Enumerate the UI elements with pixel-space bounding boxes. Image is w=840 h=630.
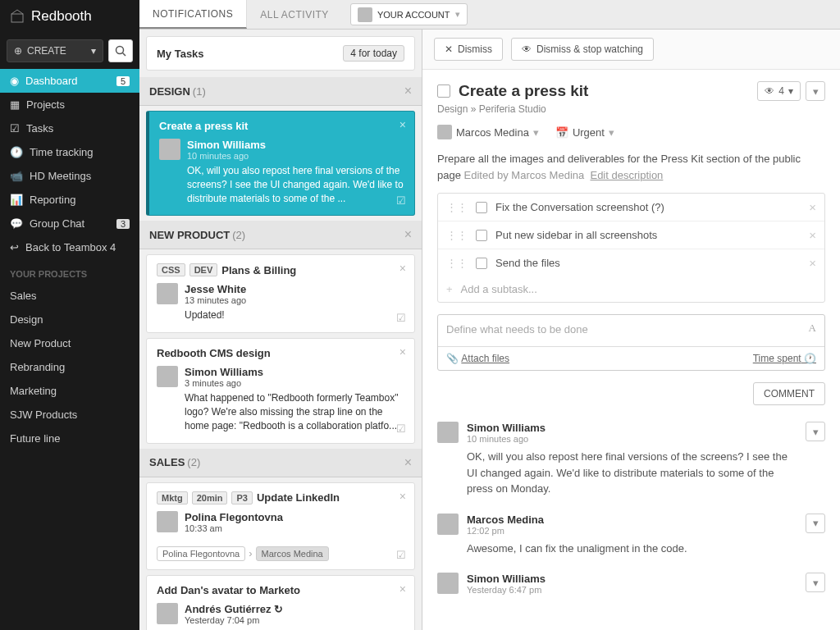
subtask-checkbox[interactable]: [476, 258, 487, 269]
time-icon: 🕐: [10, 146, 23, 158]
breadcrumb-list[interactable]: Periferia Studio: [479, 103, 546, 115]
close-icon[interactable]: ×: [399, 118, 406, 131]
priority-dropdown[interactable]: 📅Urgent▾: [555, 126, 614, 139]
eye-icon: 👁: [765, 85, 774, 97]
sidebar-item-time-tracking[interactable]: 🕐Time tracking: [0, 140, 139, 164]
project-rebranding[interactable]: Rebranding: [0, 355, 139, 379]
subtask-text[interactable]: Fix the Conversation screenshot (?): [495, 201, 801, 213]
card-title: Create a press kit: [149, 112, 414, 135]
task-card[interactable]: × Add Dan's avatar to Marketo Andrés Gut…: [146, 575, 415, 630]
card-title: Mktg20minP3Update LinkedIn: [147, 483, 414, 508]
subtask-text[interactable]: Put new sidebar in all screenshots: [495, 229, 801, 241]
project-future-line[interactable]: Future line: [0, 427, 139, 450]
description: Prepare all the images and deliverables …: [422, 151, 840, 193]
comment-button[interactable]: COMMENT: [753, 382, 825, 405]
comment-composer: Define what needs to be done A 📎 Attach …: [437, 314, 825, 371]
close-icon[interactable]: ×: [399, 582, 406, 596]
subtask-checkbox[interactable]: [476, 202, 487, 213]
dashboard-icon: ◉: [10, 75, 19, 87]
sidebar-item-group-chat[interactable]: 💬Group Chat3: [0, 212, 139, 235]
dismiss-stop-button[interactable]: 👁Dismiss & stop watching: [511, 38, 654, 61]
check-icon: ☑: [396, 194, 406, 207]
comment-input[interactable]: Define what needs to be done: [438, 315, 824, 346]
sidebar-item-back-to-teambox-4[interactable]: ↩Back to Teambox 4: [0, 235, 139, 259]
assignee-name: Marcos Medina: [456, 126, 529, 139]
close-icon[interactable]: ×: [399, 345, 406, 358]
breadcrumb: Design » Periferia Studio: [437, 103, 825, 115]
close-icon[interactable]: ×: [404, 84, 412, 98]
caret-down-icon: ▾: [788, 85, 793, 97]
dismiss-button[interactable]: ✕Dismiss: [434, 38, 503, 61]
chat-icon: 💬: [10, 217, 23, 230]
meetings-icon: 📹: [10, 170, 23, 182]
create-label: CREATE: [27, 45, 66, 57]
delete-icon[interactable]: ×: [809, 200, 816, 214]
clock-icon: 🕐: [804, 353, 816, 364]
task-card[interactable]: × Mktg20minP3Update LinkedIn Polina Fleg…: [146, 482, 415, 570]
group-name: NEW PRODUCT: [149, 229, 230, 241]
close-icon[interactable]: ×: [399, 262, 406, 275]
svg-line-2: [123, 53, 126, 57]
sidebar-item-reporting[interactable]: 📊Reporting: [0, 188, 139, 212]
watchers-button[interactable]: 👁4▾: [757, 81, 801, 101]
delete-icon[interactable]: ×: [809, 228, 816, 242]
comment-time: 10 minutes ago: [467, 434, 797, 444]
close-icon[interactable]: ×: [404, 455, 412, 470]
time-spent-label: Time spent: [753, 353, 801, 364]
assignee-dropdown[interactable]: Marcos Medina▾: [437, 125, 539, 139]
attach-files-link[interactable]: Attach files: [461, 353, 509, 364]
subtasks: ⋮⋮Fix the Conversation screenshot (?)×⋮⋮…: [437, 193, 825, 303]
sidebar-item-projects[interactable]: ▦Projects: [0, 93, 139, 116]
caret-down-icon: ▾: [813, 85, 819, 98]
attach-icon: 📎: [446, 353, 459, 364]
add-subtask[interactable]: + Add a subtask...: [438, 276, 824, 302]
tab-notifications[interactable]: NOTIFICATIONS: [139, 0, 247, 29]
sidebar-item-dashboard[interactable]: ◉Dashboard5: [0, 69, 139, 93]
comment-author: Simon Williams: [467, 573, 797, 585]
task-card[interactable]: × Create a press kit Simon Williams 10 m…: [146, 111, 415, 216]
comment-time: 12:02 pm: [467, 526, 797, 536]
timestamp: 3 minutes ago: [185, 378, 404, 388]
group-header: DESIGN (1)×: [139, 77, 422, 106]
task-checkbox[interactable]: [437, 84, 450, 98]
task-card[interactable]: × CSSDEVPlans & Billing Jesse White 13 m…: [146, 254, 415, 333]
my-tasks-header[interactable]: My Tasks 4 for today: [146, 36, 415, 71]
message-preview: OK, will you also repost here final vers…: [187, 164, 404, 205]
project-sjw-products[interactable]: SJW Products: [0, 403, 139, 427]
drag-handle-icon[interactable]: ⋮⋮: [446, 201, 468, 213]
time-spent-link[interactable]: Time spent 🕐: [753, 353, 816, 364]
nav-label: Reporting: [30, 194, 75, 206]
comment-more-button[interactable]: ▾: [806, 422, 825, 441]
account-menu[interactable]: YOUR ACCOUNT ▾: [350, 3, 468, 25]
breadcrumb-project[interactable]: Design: [437, 103, 468, 115]
group-name: SALES: [149, 456, 185, 468]
sidebar-item-hd-meetings[interactable]: 📹HD Meetings: [0, 164, 139, 188]
subtask-checkbox[interactable]: [476, 230, 487, 241]
drag-handle-icon[interactable]: ⋮⋮: [446, 229, 468, 241]
calendar-icon: 📅: [555, 126, 568, 139]
create-button[interactable]: ⊕ CREATE ▾: [7, 39, 103, 62]
sidebar-item-tasks[interactable]: ☑Tasks: [0, 116, 139, 140]
close-icon[interactable]: ×: [399, 490, 406, 503]
project-design[interactable]: Design: [0, 308, 139, 331]
comment-author: Simon Williams: [467, 422, 797, 434]
comment-text: Awesome, I can fix the unaligment in the…: [467, 541, 797, 557]
task-card[interactable]: × Redbooth CMS design Simon Williams 3 m…: [146, 338, 415, 443]
project-sales[interactable]: Sales: [0, 284, 139, 308]
more-button[interactable]: ▾: [806, 81, 825, 101]
close-icon[interactable]: ×: [404, 227, 412, 242]
tag: DEV: [189, 263, 218, 276]
message-preview: Updated!: [185, 308, 404, 322]
comment-more-button[interactable]: ▾: [806, 514, 825, 533]
subtask-text[interactable]: Send the files: [495, 257, 801, 269]
comment-more-button[interactable]: ▾: [806, 573, 825, 592]
format-icon[interactable]: A: [809, 322, 816, 335]
delete-icon[interactable]: ×: [809, 256, 816, 270]
project-marketing[interactable]: Marketing: [0, 379, 139, 403]
tag: Mktg: [157, 491, 188, 504]
tab-all-activity[interactable]: ALL ACTIVITY: [247, 0, 342, 29]
search-button[interactable]: [108, 39, 133, 62]
edit-description-link[interactable]: Edit description: [590, 169, 663, 181]
drag-handle-icon[interactable]: ⋮⋮: [446, 257, 468, 269]
project-new-product[interactable]: New Product: [0, 331, 139, 355]
